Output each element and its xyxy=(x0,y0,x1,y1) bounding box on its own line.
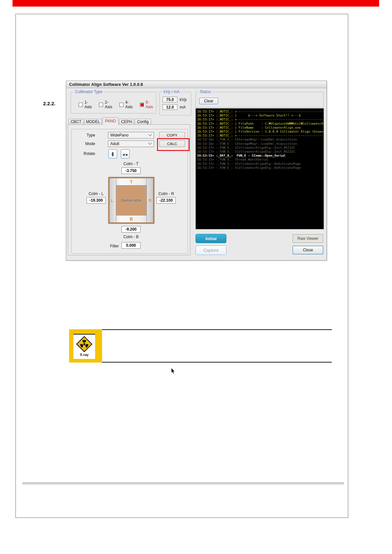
warning-row-top-border xyxy=(102,329,332,330)
collimator-type-group: Collimator Type 1-Axis2-Axis4-Axis5-Axis xyxy=(71,92,156,113)
collimator-align-window: Collimator Align Software Ver 1.0.0.8 Co… xyxy=(66,81,327,261)
checkbox-label: 2-Axis xyxy=(105,100,115,109)
collimator-option-5-axis[interactable]: 5-Axis xyxy=(140,100,156,109)
colm-l-field[interactable]: -19.300 xyxy=(87,197,106,204)
mode-label: Mode xyxy=(79,141,95,146)
generator-bottom-label: B xyxy=(130,216,133,221)
calc-button[interactable]: CALC xyxy=(159,140,185,147)
generator-top-label: T xyxy=(130,179,133,184)
kvp-ma-row: 12.0mA xyxy=(163,104,187,110)
tab-ceph[interactable]: CEPH xyxy=(119,119,134,125)
left-right-arrows-icon: ◀ ▶ xyxy=(122,152,128,157)
collimator-option-4-axis[interactable]: 4-Axis xyxy=(119,100,136,109)
kvp-ma-fields: 75.0kVp12.0mA xyxy=(163,97,187,110)
generator-left-label: L xyxy=(111,198,114,203)
checkbox-label: 4-Axis xyxy=(125,100,136,109)
checkbox-checked-fill xyxy=(141,103,144,106)
footer-divider-bar xyxy=(22,482,344,485)
window-titlebar[interactable]: Collimator Align Software Ver 1.0.0.8 xyxy=(66,81,327,88)
mode-dropdown[interactable]: Adult xyxy=(108,140,154,147)
checkbox-label: 1-Axis xyxy=(84,100,95,109)
tab-model[interactable]: MODEL xyxy=(84,119,102,125)
log-line: 16:53:16> :_FUN_S_: CStorageMngr::LoadXm… xyxy=(197,138,324,141)
clear-button[interactable]: Clear xyxy=(199,98,218,104)
kvp-ma-group: kVp / mA 75.0kVp12.0mA xyxy=(159,92,191,115)
tab-bar: CBCTMODELPANOCEPHConfig xyxy=(68,117,152,125)
filter-label: Filter xyxy=(102,244,119,248)
unit-label: kVp xyxy=(180,97,187,102)
generator-box: Generator xyxy=(116,185,146,215)
mode-dropdown-value: Adult xyxy=(110,141,119,146)
generator-column: T Generator B xyxy=(116,178,147,222)
log-line: 16:53:17> :_FUN_S_: CCollimatorAlignDlg:… xyxy=(197,146,324,150)
close-button[interactable]: Close xyxy=(293,246,323,254)
collimator-option-2-axis[interactable]: 2-Axis xyxy=(99,100,115,109)
tab-config[interactable]: Config xyxy=(135,119,151,125)
arrow-left-icon: ◀ xyxy=(122,153,125,156)
tab-pano[interactable]: PANO xyxy=(102,117,118,125)
checkbox-icon[interactable] xyxy=(79,103,83,107)
up-down-arrows-icon: ▲ ▼ xyxy=(112,151,114,157)
warning-row-bottom-border xyxy=(69,362,332,363)
initial-button[interactable]: Initial xyxy=(196,234,226,243)
log-line: 16:53:17> :_NOTIC_: +-------------------… xyxy=(197,117,324,121)
raw-viewer-button[interactable]: Raw Viewer xyxy=(293,234,323,243)
rotate-vertical-button[interactable]: ▲ ▼ xyxy=(108,149,117,159)
arrow-down-icon: ▼ xyxy=(112,154,114,157)
log-line: 16:53:16> :_FUN_E_: CStorageMngr::LoadXm… xyxy=(197,142,324,146)
log-line: 16:53:17> :_NOTIC_: | FilePath : C:₩VCap… xyxy=(197,122,324,126)
colm-b-field[interactable]: -9.200 xyxy=(121,226,141,233)
capture-button[interactable]: Capture xyxy=(196,245,226,255)
tab-cbct[interactable]: CBCT xyxy=(68,119,84,125)
chevron-down-icon xyxy=(148,133,152,136)
checkbox-icon[interactable] xyxy=(140,103,144,107)
generator-bottom-strip: B xyxy=(116,215,146,222)
radiation-warning-icon xyxy=(75,336,93,353)
checkbox-icon[interactable] xyxy=(99,103,103,107)
top-red-bar xyxy=(13,0,379,7)
rotate-horizontal-button[interactable]: ◀ ▶ xyxy=(121,149,130,159)
rotate-label: Rotate xyxy=(79,151,95,156)
colm-b-label: Colm - B xyxy=(115,235,147,239)
status-log-console[interactable]: 16:53:17> :_NOTIC_: +-------------------… xyxy=(196,108,324,229)
collimator-option-1-axis[interactable]: 1-Axis xyxy=(79,100,95,109)
log-line: 16:53:17> :_FUN_S_: CCollimatorAlignDlg:… xyxy=(197,162,324,166)
log-line: 16:53:17> :_FUN_E_: CCollimatorAlignDlg:… xyxy=(197,166,324,170)
status-group-label: Status xyxy=(198,89,212,94)
log-line: 16:53:17> :_NOTIC_: | $---< Software Sta… xyxy=(197,113,324,117)
colm-t-label: Colm - T xyxy=(115,162,147,166)
colm-t-field[interactable]: -3.750 xyxy=(121,167,141,174)
mouse-cursor-icon xyxy=(171,367,176,375)
kvp-ma-group-label: kVp / mA xyxy=(162,89,181,94)
xray-warning-icon-box: X-ray xyxy=(69,329,102,363)
log-line: 16:53:15> :_DAT_A_: FUN_E - CComm::Open_… xyxy=(197,154,324,158)
generator-label: Generator xyxy=(121,198,142,203)
log-line: 16:53:17> :_NOTIC_: | FileName : Collima… xyxy=(197,126,324,130)
log-line: 16:53:15> :_FUN_S_: Thread_WatchSerial xyxy=(197,158,324,162)
checkbox-label: 5-Axis xyxy=(145,100,156,109)
generator-top-strip: T xyxy=(116,178,146,185)
status-group: Status Clear xyxy=(196,92,324,108)
xray-warning-card: X-ray xyxy=(73,334,95,359)
kvp-ma-row: 75.0kVp xyxy=(163,97,187,102)
kvp-field[interactable]: 75.0 xyxy=(163,97,177,102)
ma-field[interactable]: 12.0 xyxy=(163,104,177,110)
log-line: 16:53:17> :_NOTIC_: | FileVersion : 1.0.… xyxy=(197,130,324,134)
section-number: 2.2.2. xyxy=(43,101,56,106)
collimator-type-options: 1-Axis2-Axis4-Axis5-Axis xyxy=(79,92,156,113)
log-line: 16:53:17> :_NOTIC_: +-------------------… xyxy=(197,110,324,113)
colm-r-field[interactable]: -22.100 xyxy=(156,197,176,204)
type-label: Type xyxy=(79,133,95,138)
document-page: 2.2.2. Collimator Align Software Ver 1.0… xyxy=(0,0,392,554)
log-line: 16:53:17> :_FUN_S_: CCollimatorAlignDlg:… xyxy=(197,150,324,154)
filter-field[interactable]: 0.000 xyxy=(121,242,141,249)
type-dropdown-value: WidePano xyxy=(110,133,128,138)
copy-button[interactable]: COPY xyxy=(159,132,185,138)
generator-right-label: R xyxy=(149,198,152,203)
chevron-down-icon xyxy=(148,141,152,145)
type-dropdown[interactable]: WidePano xyxy=(108,132,154,138)
log-line: 16:53:17> :_NOTIC_: +-------------------… xyxy=(197,134,324,138)
xray-label: X-ray xyxy=(80,353,89,357)
unit-label: mA xyxy=(180,105,186,110)
checkbox-icon[interactable] xyxy=(119,103,123,107)
